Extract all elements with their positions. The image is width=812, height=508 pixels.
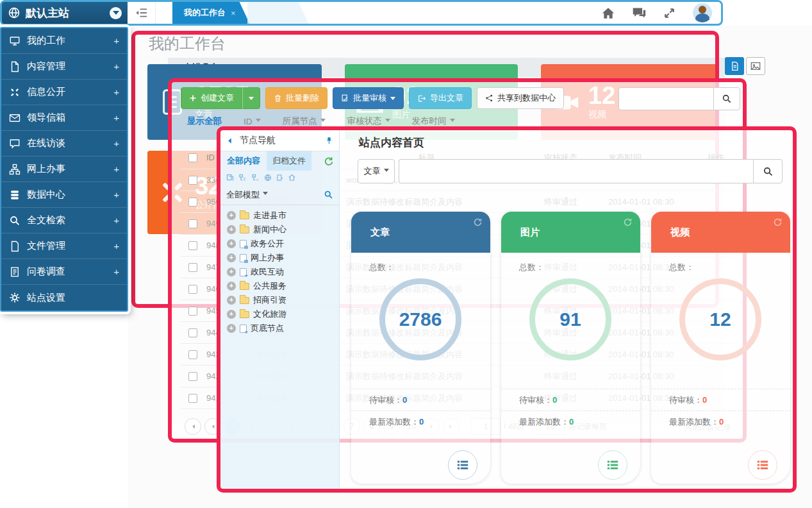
- document-icon: [9, 61, 21, 72]
- document-view-icon: [730, 61, 740, 71]
- menu-toggle-icon[interactable]: [128, 2, 156, 24]
- chat-bubble-icon: [9, 138, 21, 149]
- top-actions: [602, 2, 721, 24]
- screen: 我的工作台 走进县市 2787文章 91图片: [0, 0, 812, 508]
- sidebar-item-site-settings[interactable]: 站点设置: [1, 285, 127, 310]
- sidebar-item-online-interview[interactable]: 在线访谈+: [1, 131, 127, 157]
- user-avatar[interactable]: [693, 3, 712, 22]
- sidebar-item-data-center[interactable]: 数据中心+: [1, 182, 127, 208]
- image-view-icon: [750, 62, 761, 71]
- home-icon[interactable]: [602, 7, 615, 19]
- top-bar: 默认主站 我的工作台×: [0, 0, 723, 26]
- sidebar-item-leader-mailbox[interactable]: 领导信箱+: [1, 105, 127, 131]
- sidebar-item-fulltext-search[interactable]: 全文检索+: [1, 208, 127, 233]
- close-tab-icon[interactable]: ×: [231, 8, 236, 18]
- highlight-frame-site-content: [217, 126, 797, 493]
- tab-my-workspace[interactable]: 我的工作台×: [172, 2, 250, 24]
- database-icon: [9, 189, 21, 201]
- sidebar-item-online-services[interactable]: 网上办事+: [1, 157, 127, 182]
- empty-tab: [247, 2, 309, 24]
- messages-icon[interactable]: [632, 7, 646, 19]
- sidebar-item-file-management[interactable]: 文件管理+: [1, 233, 127, 259]
- site-switcher[interactable]: 默认主站: [2, 2, 128, 24]
- fullscreen-icon[interactable]: [663, 7, 675, 19]
- mail-icon: [9, 112, 21, 124]
- sidebar-item-content-management[interactable]: 内容管理+: [1, 54, 127, 80]
- image-view-toggle-button[interactable]: [746, 57, 765, 75]
- globe-icon: [8, 6, 21, 19]
- main-menu: 我的工作+ 内容管理+ 信息公开+ 领导信箱+ 在线访谈+ 网上办事+ 数据中心…: [0, 27, 128, 312]
- gear-icon: [9, 292, 21, 303]
- sidebar-item-survey[interactable]: 问卷调查+: [1, 259, 127, 285]
- sitemap-icon: [9, 164, 21, 175]
- search-icon: [9, 215, 21, 226]
- monitor-icon: [9, 35, 21, 47]
- file-icon: [9, 241, 21, 252]
- survey-icon: [9, 266, 21, 278]
- list-view-toggle-button[interactable]: [725, 57, 744, 75]
- pinwheel-icon: [9, 87, 21, 98]
- sidebar-item-info-disclosure[interactable]: 信息公开+: [1, 80, 127, 105]
- chevron-down-icon[interactable]: [110, 7, 122, 19]
- site-title: 默认主站: [26, 6, 104, 21]
- tab-strip: 我的工作台×: [156, 2, 602, 24]
- sidebar-item-my-work[interactable]: 我的工作+: [1, 28, 127, 54]
